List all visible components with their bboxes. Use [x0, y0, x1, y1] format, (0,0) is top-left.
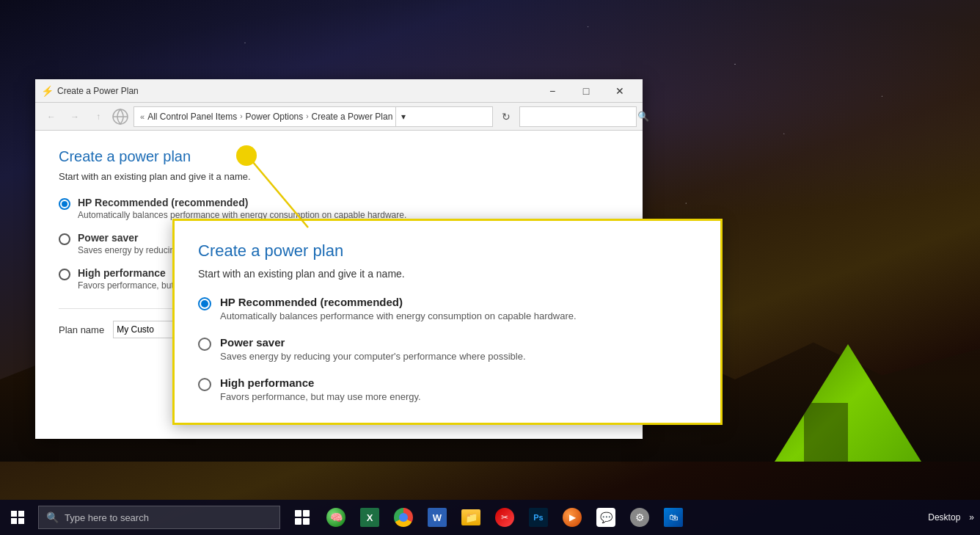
location-icon — [111, 108, 129, 125]
zoom-radio-desc-high-perf: Favors performance, but may use more ene… — [220, 391, 421, 402]
zoom-radio-group: HP Recommended (recommended) Automatical… — [198, 296, 697, 402]
zoom-radio-label-hp: HP Recommended (recommended) — [220, 296, 577, 308]
breadcrumb-sep-1: › — [240, 112, 242, 120]
taskbar-app-brain[interactable]: 🧠 — [320, 501, 352, 534]
taskbar-app-media[interactable]: ▶ — [556, 501, 588, 534]
breadcrumb-current: Create a Power Plan — [312, 112, 393, 122]
taskbar-app-files[interactable]: 📁 — [455, 501, 487, 534]
zoom-radio-desc-power-saver: Saves energy by reducing your computer's… — [220, 351, 526, 362]
taskbar-app-excel[interactable]: X — [354, 501, 386, 534]
up-button[interactable]: ↑ — [88, 106, 109, 127]
plan-name-label: Plan name — [59, 324, 104, 335]
taskbar-app-store[interactable]: 🛍 — [657, 501, 690, 534]
breadcrumb-arrows: « — [140, 112, 145, 121]
radio-label-group-hp: HP Recommended (recommended) Automatical… — [78, 197, 406, 220]
taskbar-search[interactable]: 🔍 Type here to search — [38, 506, 280, 529]
breadcrumb-bar: « All Control Panel Items › Power Option… — [134, 106, 493, 127]
taskbar-right: Desktop » — [922, 512, 980, 523]
zoom-radio-option-hp[interactable]: HP Recommended (recommended) Automatical… — [198, 296, 697, 321]
taskbar-app-chrome[interactable] — [387, 501, 420, 534]
zoom-radio-option-high-perf[interactable]: High performance Favors performance, but… — [198, 376, 697, 402]
forward-button[interactable]: → — [65, 106, 85, 127]
zoom-radio-btn-power-saver[interactable] — [198, 338, 211, 351]
page-heading: Create a power plan — [59, 148, 619, 165]
taskbar-app-settings[interactable]: ⚙ — [624, 501, 656, 534]
window-controls: − □ ✕ — [535, 79, 637, 103]
zoom-radio-desc-hp: Automatically balances performance with … — [220, 310, 577, 321]
taskbar-app-snip[interactable]: ✂ — [489, 501, 521, 534]
zoom-radio-btn-high-perf[interactable] — [198, 378, 211, 391]
zoom-radio-label-group-high-perf: High performance Favors performance, but… — [220, 376, 421, 402]
back-button[interactable]: ← — [41, 106, 62, 127]
zoom-radio-label-power-saver: Power saver — [220, 336, 526, 349]
search-input[interactable] — [524, 112, 635, 122]
breadcrumb-control-panel[interactable]: All Control Panel Items — [147, 112, 237, 122]
desktop-button[interactable]: Desktop — [922, 512, 966, 523]
window-title: Create a Power Plan — [57, 86, 535, 96]
window-app-icon: ⚡ — [41, 85, 53, 97]
radio-btn-high-perf[interactable] — [59, 269, 70, 280]
minimize-button[interactable]: − — [535, 79, 569, 103]
windows-logo-icon — [11, 511, 24, 524]
zoom-subtitle: Start with an existing plan and give it … — [198, 268, 697, 280]
desktop: ⚡ Create a Power Plan − □ ✕ ← → ↑ « All … — [0, 0, 980, 535]
taskbar-chevron[interactable]: » — [969, 512, 974, 523]
search-icon: 🔍 — [637, 111, 649, 122]
window-titlebar: ⚡ Create a Power Plan − □ ✕ — [35, 79, 643, 103]
breadcrumb-sep-2: › — [306, 112, 308, 120]
address-bar: ← → ↑ « All Control Panel Items › Power … — [35, 103, 643, 131]
zoom-heading: Create a power plan — [198, 241, 697, 261]
zoom-radio-label-group-power-saver: Power saver Saves energy by reducing you… — [220, 336, 526, 362]
radio-btn-power-saver[interactable] — [59, 233, 70, 245]
page-subtitle: Start with an existing plan and give it … — [59, 171, 619, 182]
taskbar-search-text: Type here to search — [65, 512, 149, 523]
svg-rect-3 — [303, 510, 310, 517]
taskbar: 🔍 Type here to search 🧠 X W — [0, 500, 980, 535]
refresh-button[interactable]: ↻ — [496, 106, 516, 127]
zoom-radio-label-group-hp: HP Recommended (recommended) Automatical… — [220, 296, 577, 321]
breadcrumb-dropdown[interactable]: ▾ — [395, 106, 410, 127]
maximize-button[interactable]: □ — [569, 79, 603, 103]
search-box[interactable]: 🔍 — [519, 106, 637, 127]
taskbar-app-word[interactable]: W — [421, 501, 453, 534]
close-button[interactable]: ✕ — [603, 79, 637, 103]
annotation-marker — [236, 145, 257, 166]
radio-option-hp[interactable]: HP Recommended (recommended) Automatical… — [59, 197, 619, 220]
zoom-panel: Create a power plan Start with an existi… — [172, 219, 723, 425]
zoom-radio-btn-hp[interactable] — [198, 297, 211, 310]
task-view-button[interactable] — [286, 501, 318, 534]
taskbar-search-icon: 🔍 — [46, 512, 59, 523]
radio-btn-hp[interactable] — [59, 198, 70, 210]
zoom-radio-option-power-saver[interactable]: Power saver Saves energy by reducing you… — [198, 336, 697, 362]
taskbar-app-ps[interactable]: Ps — [522, 501, 555, 534]
taskbar-app-slack[interactable]: 💬 — [590, 501, 622, 534]
breadcrumb-power-options[interactable]: Power Options — [246, 112, 304, 122]
start-button[interactable] — [0, 500, 35, 535]
svg-rect-2 — [295, 510, 301, 517]
svg-rect-4 — [295, 518, 301, 525]
zoom-radio-label-high-perf: High performance — [220, 376, 421, 389]
svg-rect-5 — [303, 518, 310, 525]
radio-label-hp: HP Recommended (recommended) — [78, 197, 406, 208]
taskbar-icons: 🧠 X W 📁 ✂ Ps ▶ — [286, 501, 690, 534]
